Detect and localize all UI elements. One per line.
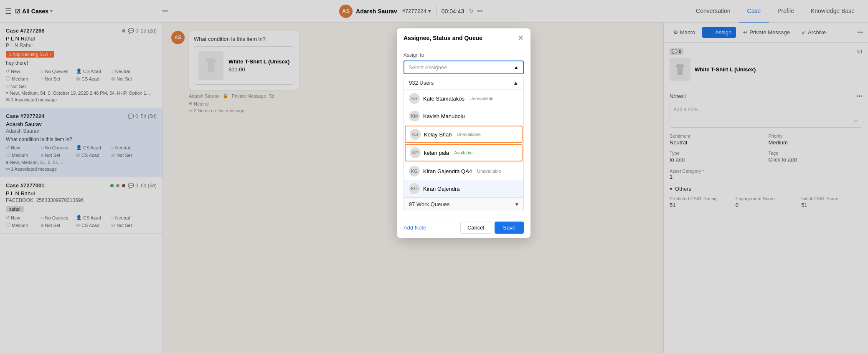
user-item-kavish[interactable]: KM Kavish Manubolu — [404, 107, 523, 125]
modal-overlay[interactable]: Assignee, Status and Queue ✕ Assign to S… — [0, 0, 868, 353]
modal-footer: Add Note Cancel Save — [397, 217, 530, 238]
save-button[interactable]: Save — [495, 222, 524, 234]
user-name-kelay: Kelay Shah — [424, 131, 452, 138]
cancel-button[interactable]: Cancel — [460, 222, 491, 234]
user-status-kiran-qa4: Unavailable — [477, 169, 501, 174]
assign-to-label: Assign to — [404, 52, 524, 58]
user-status-kate: Unavailable — [470, 96, 493, 101]
assignee-select[interactable]: Select Assignee ▲ — [404, 61, 524, 74]
modal-actions: Cancel Save — [460, 222, 524, 234]
user-name-kiran: Kiran Gajendra — [423, 186, 459, 192]
user-status-kelay: Unavailable — [457, 132, 481, 137]
add-note-link[interactable]: Add Note — [404, 224, 426, 231]
user-avatar-kelay: KS — [410, 129, 421, 140]
user-item-kelay[interactable]: KS Kelay Shah Unavailable — [405, 126, 523, 143]
user-item-kiran-qa4[interactable]: KG Kiran Gajendra QA4 Unavailable — [404, 162, 523, 180]
work-queues-chevron-down-icon: ▾ — [515, 201, 518, 207]
modal-body: Assign to Select Assignee ▲ 932 Users ▲ … — [397, 46, 530, 217]
assignee-modal: Assignee, Status and Queue ✕ Assign to S… — [397, 28, 530, 238]
user-item-kiran[interactable]: KG Kiran Gajendra — [404, 180, 523, 197]
user-name-kate: Kate Stamatakos — [423, 96, 464, 102]
user-avatar-kate: KS — [409, 93, 420, 104]
select-placeholder: Select Assignee — [409, 64, 447, 71]
modal-title: Assignee, Status and Queue — [404, 35, 482, 41]
user-item-kate[interactable]: KS Kate Stamatakos Unavailable — [404, 90, 523, 107]
users-section-header[interactable]: 932 Users ▲ — [404, 76, 523, 90]
user-name-kavish: Kavish Manubolu — [423, 113, 465, 119]
user-status-ketan: Available — [454, 150, 472, 155]
select-chevron-up-icon: ▲ — [513, 64, 519, 71]
dropdown-list: 932 Users ▲ KS Kate Stamatakos Unavailab… — [404, 76, 524, 211]
modal-header: Assignee, Status and Queue ✕ — [397, 28, 530, 46]
users-count: 932 Users — [409, 80, 434, 86]
work-queues-label: 97 Work Queues — [409, 201, 449, 207]
user-avatar-kiran: KG — [409, 183, 420, 194]
user-avatar-kiran-qa4: KG — [409, 166, 420, 176]
modal-close-button[interactable]: ✕ — [518, 34, 524, 42]
users-chevron-up-icon: ▲ — [513, 80, 518, 86]
user-avatar-ketan: KP — [410, 147, 421, 158]
user-name-kiran-qa4: Kiran Gajendra QA4 — [423, 168, 472, 174]
user-avatar-kavish: KM — [409, 111, 420, 121]
user-name-ketan: ketan pala — [424, 150, 449, 156]
user-item-ketan[interactable]: KP ketan pala Available — [405, 144, 523, 161]
work-queues-section-header[interactable]: 97 Work Queues ▾ — [404, 197, 523, 211]
